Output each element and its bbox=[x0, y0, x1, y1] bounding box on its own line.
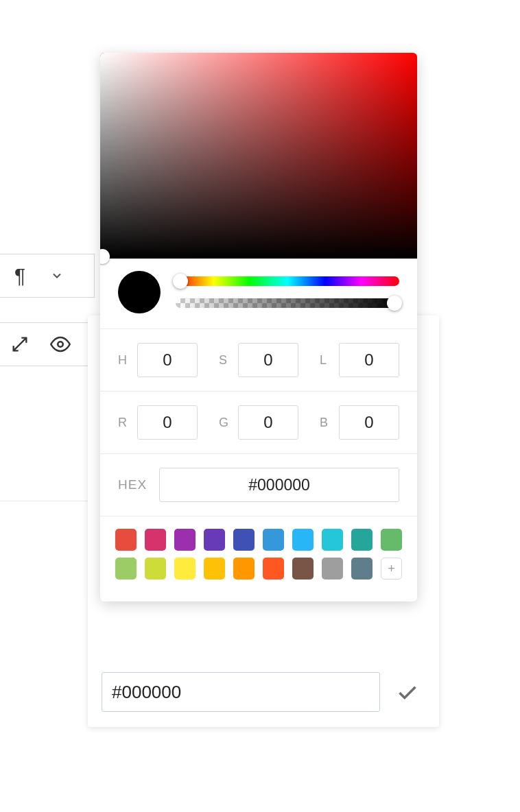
paragraph-button[interactable]: ¶ bbox=[0, 255, 40, 296]
b-input[interactable] bbox=[339, 405, 399, 440]
swatch[interactable] bbox=[204, 529, 225, 551]
saturation-black-gradient bbox=[100, 53, 417, 259]
hue-slider[interactable] bbox=[176, 276, 399, 286]
swatch[interactable] bbox=[322, 558, 343, 580]
swatch[interactable] bbox=[233, 558, 255, 580]
swatch[interactable] bbox=[292, 558, 314, 580]
swatch[interactable] bbox=[263, 558, 284, 580]
chevron-down-icon bbox=[50, 269, 64, 283]
hsl-row: H S L bbox=[100, 329, 417, 391]
color-preview bbox=[118, 271, 161, 313]
swatch[interactable] bbox=[263, 529, 284, 551]
swatch-row: + bbox=[115, 558, 402, 580]
g-label: G bbox=[219, 416, 231, 430]
add-swatch-button[interactable]: + bbox=[381, 558, 402, 580]
pilcrow-icon: ¶ bbox=[14, 264, 25, 287]
toolbar-row-1: ¶ bbox=[0, 254, 95, 298]
expand-icon bbox=[10, 335, 29, 354]
eye-icon bbox=[50, 334, 71, 355]
confirm-button[interactable] bbox=[390, 674, 425, 710]
swatch[interactable] bbox=[381, 529, 402, 551]
hex-label: HEX bbox=[118, 477, 147, 492]
hex-input[interactable] bbox=[159, 468, 399, 502]
l-label: L bbox=[320, 353, 332, 368]
swatch-row bbox=[115, 529, 402, 551]
h-label: H bbox=[118, 353, 130, 368]
color-hex-input[interactable] bbox=[102, 672, 380, 712]
swatch[interactable] bbox=[174, 558, 196, 580]
svg-point-1 bbox=[58, 342, 63, 347]
divider bbox=[0, 501, 89, 501]
l-input[interactable] bbox=[339, 343, 399, 377]
swatch[interactable] bbox=[115, 558, 137, 580]
swatch[interactable] bbox=[174, 529, 196, 551]
g-input[interactable] bbox=[238, 405, 298, 440]
hex-row: HEX bbox=[100, 454, 417, 516]
swatch[interactable] bbox=[292, 529, 314, 551]
s-input[interactable] bbox=[238, 343, 298, 377]
slider-row bbox=[100, 259, 417, 329]
h-input[interactable] bbox=[137, 343, 198, 377]
hue-thumb[interactable] bbox=[173, 274, 188, 289]
r-label: R bbox=[118, 416, 130, 430]
saturation-area[interactable] bbox=[100, 53, 417, 259]
rgb-row: R G B bbox=[100, 392, 417, 453]
check-icon bbox=[396, 680, 419, 704]
paragraph-dropdown[interactable] bbox=[40, 255, 73, 296]
swatch[interactable] bbox=[115, 529, 137, 551]
sliders bbox=[176, 276, 399, 308]
swatch[interactable] bbox=[351, 529, 373, 551]
alpha-gradient bbox=[176, 298, 399, 308]
b-label: B bbox=[320, 416, 332, 430]
swatch[interactable] bbox=[351, 558, 373, 580]
color-value-row bbox=[102, 672, 425, 712]
svg-line-0 bbox=[14, 338, 27, 351]
swatch[interactable] bbox=[145, 529, 166, 551]
r-input[interactable] bbox=[137, 405, 198, 440]
color-picker: H S L R G B HEX + bbox=[100, 53, 417, 601]
swatch-area: + bbox=[100, 516, 417, 601]
alpha-slider[interactable] bbox=[176, 298, 399, 308]
alpha-thumb[interactable] bbox=[387, 296, 402, 311]
toolbar-row-2 bbox=[0, 322, 95, 366]
s-label: S bbox=[219, 353, 231, 368]
fullscreen-button[interactable] bbox=[0, 324, 40, 365]
swatch[interactable] bbox=[233, 529, 255, 551]
swatch[interactable] bbox=[145, 558, 166, 580]
swatch[interactable] bbox=[204, 558, 225, 580]
preview-button[interactable] bbox=[40, 324, 80, 365]
swatch[interactable] bbox=[322, 529, 343, 551]
